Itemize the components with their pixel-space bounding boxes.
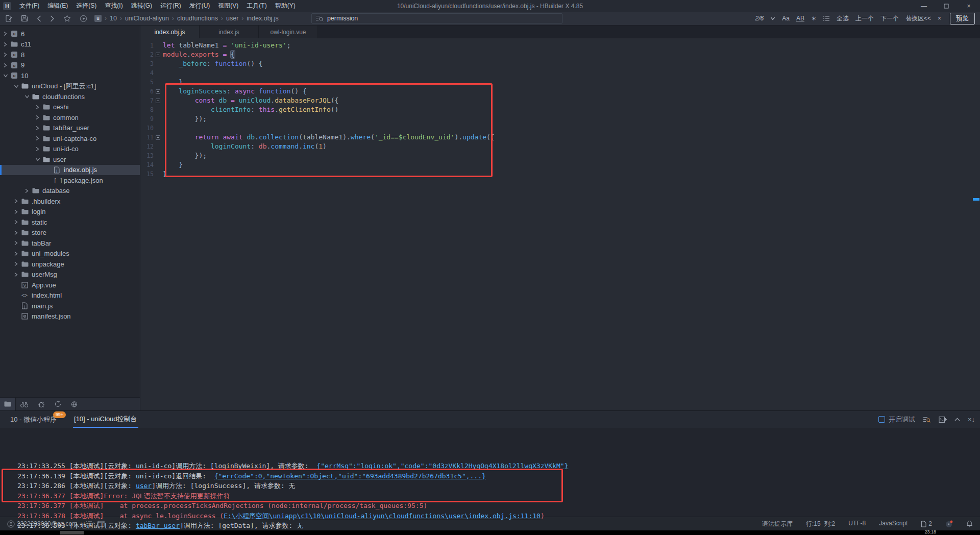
menu-帮助(Y)[interactable]: 帮助(Y) [271, 0, 300, 12]
tree-item-index.obj.js[interactable]: jindex.obj.js [0, 165, 140, 176]
chevron-right-icon[interactable] [14, 209, 21, 214]
collapse-panel-icon[interactable] [954, 418, 960, 421]
menu-跳转(G)[interactable]: 跳转(G) [127, 0, 156, 12]
fold-marker-icon[interactable] [154, 50, 162, 59]
tree-item-App.vue[interactable]: VApp.vue [0, 280, 140, 290]
chevron-right-icon[interactable] [14, 199, 21, 204]
chevron-right-icon[interactable] [3, 31, 11, 36]
chevron-right-icon[interactable] [35, 126, 43, 131]
chevron-down-icon[interactable] [770, 16, 775, 20]
breadcrumb-item-index.obj.js[interactable]: index.obj.js [247, 15, 279, 22]
console-tab-[10] - uniCloud控制台[interactable]: [10] - uniCloud控制台 [73, 411, 138, 428]
match-case-button[interactable]: Aa [782, 15, 790, 22]
debug-view-button[interactable] [33, 398, 50, 410]
tree-item-uni_modules[interactable]: uni_modules [0, 249, 140, 259]
find-next-button[interactable]: 下一个 [880, 14, 899, 23]
maximize-button[interactable] [935, 0, 958, 12]
tree-item-uniCloud - [阿里云:c1][interactable]: uniCloud - [阿里云:c1] [0, 81, 140, 92]
chevron-right-icon[interactable] [24, 188, 32, 193]
find-list-icon[interactable] [823, 15, 830, 21]
bookmark-star-icon[interactable] [63, 15, 71, 22]
tree-item-.hbuilderx[interactable]: .hbuilderx [0, 196, 140, 207]
find-close-button[interactable]: × [938, 15, 941, 22]
preview-button[interactable]: 预览 [950, 13, 975, 25]
tree-item-unpackage[interactable]: unpackage [0, 259, 140, 270]
chevron-right-icon[interactable] [35, 105, 43, 110]
select-all-button[interactable]: 全选 [837, 14, 849, 23]
tree-item-userMsg[interactable]: userMsg [0, 270, 140, 280]
chevron-right-icon[interactable] [14, 272, 21, 277]
chevron-right-icon[interactable] [14, 220, 21, 225]
chevron-down-icon[interactable] [3, 74, 11, 78]
network-view-button[interactable] [66, 398, 83, 410]
chevron-right-icon[interactable] [3, 63, 11, 68]
breadcrumb-item-uniCloud-aliyun[interactable]: uniCloud-aliyun [125, 15, 169, 22]
tree-item-main.js[interactable]: jmain.js [0, 301, 140, 311]
tree-item-uni-id-co[interactable]: uni-id-co [0, 144, 140, 155]
debug-checkbox[interactable] [878, 416, 885, 423]
chevron-down-icon[interactable] [14, 84, 21, 88]
console-link[interactable]: user [136, 482, 152, 490]
breadcrumb-item-user[interactable]: user [226, 15, 238, 22]
code-editor[interactable]: 1let tableName1 = 'uni-id-users';2module… [140, 38, 980, 410]
save-icon[interactable] [21, 15, 28, 22]
fold-marker-icon[interactable] [154, 133, 162, 142]
menu-运行(R)[interactable]: 运行(R) [156, 0, 185, 12]
console-link[interactable]: {"errCode":0,"newToken":Object,"uid":"69… [214, 472, 486, 480]
run-icon[interactable] [80, 15, 87, 22]
console-link[interactable]: tabBar_user [136, 522, 180, 529]
editor-tab-index.obj.js[interactable]: index.obj.js [140, 26, 200, 38]
chevron-right-icon[interactable] [14, 261, 21, 266]
chevron-right-icon[interactable] [3, 52, 11, 57]
tree-item-user[interactable]: user [0, 154, 140, 165]
new-terminal-icon[interactable] [939, 416, 947, 423]
tree-item-static[interactable]: static [0, 217, 140, 228]
fold-marker-icon[interactable] [154, 87, 162, 96]
editor-tab-owl-login.vue[interactable]: owl-login.vue [259, 26, 318, 38]
minimize-button[interactable]: — [913, 0, 935, 12]
console-link[interactable]: E:\小程序空间\uniapp\c1\10\uniCloud-aliyun\cl… [224, 512, 541, 520]
chevron-right-icon[interactable] [35, 115, 43, 120]
menu-编辑(E)[interactable]: 编辑(E) [43, 0, 72, 12]
chevron-right-icon[interactable] [14, 251, 21, 256]
tree-item-package.json[interactable]: [ ]package.json [0, 175, 140, 186]
tree-item-store[interactable]: store [0, 228, 140, 238]
menu-文件(F)[interactable]: 文件(F) [15, 0, 43, 12]
tree-item-ceshi[interactable]: ceshi [0, 102, 140, 113]
chevron-right-icon[interactable] [14, 240, 21, 246]
nav-back-icon[interactable] [37, 15, 41, 22]
console-link[interactable]: {"errMsg":"login:ok","code":"0d3zVKkl2Hy… [316, 462, 568, 470]
fold-marker-icon[interactable] [154, 96, 162, 105]
new-file-icon[interactable] [5, 15, 12, 22]
tree-item-common[interactable]: common [0, 112, 140, 123]
chevron-down-icon[interactable] [24, 94, 32, 99]
editor-tab-index.js[interactable]: index.js [200, 26, 259, 38]
close-button[interactable]: × [958, 0, 980, 12]
tree-item-6[interactable]: u6 [0, 29, 140, 39]
search-input[interactable]: permission [311, 13, 562, 23]
menu-选择(S)[interactable]: 选择(S) [72, 0, 101, 12]
regex-button[interactable]: ∗ [811, 15, 816, 22]
tree-item-8[interactable]: u8 [0, 50, 140, 60]
menu-工具(T)[interactable]: 工具(T) [242, 0, 271, 12]
tree-item-index.html[interactable]: <>index.html [0, 290, 140, 301]
whole-word-button[interactable]: AB [796, 15, 804, 22]
search-in-files-button[interactable] [16, 398, 33, 410]
menu-查找(I)[interactable]: 查找(I) [101, 0, 127, 12]
chevron-right-icon[interactable] [35, 136, 43, 141]
menu-发行(U)[interactable]: 发行(U) [185, 0, 214, 12]
tree-item-9[interactable]: u9 [0, 60, 140, 71]
find-prev-button[interactable]: 上一个 [855, 14, 874, 23]
tree-item-manifest.json[interactable]: manifest.json [0, 311, 140, 322]
chevron-right-icon[interactable] [14, 230, 21, 235]
menu-视图(V)[interactable]: 视图(V) [214, 0, 242, 12]
chevron-down-icon[interactable] [35, 157, 43, 161]
console-tab-10 - 微信小程序[interactable]: 10 - 微信小程序99+ [9, 411, 58, 428]
clear-log-button[interactable]: ×↓ [968, 416, 975, 423]
chevron-right-icon[interactable] [3, 42, 11, 47]
tree-item-tabBar[interactable]: tabBar [0, 238, 140, 249]
tree-item-login[interactable]: login [0, 207, 140, 217]
tree-item-tabBar_user[interactable]: tabBar_user [0, 123, 140, 134]
nav-forward-icon[interactable] [50, 15, 55, 22]
replace-zone-button[interactable]: 替换区<< [905, 14, 931, 23]
